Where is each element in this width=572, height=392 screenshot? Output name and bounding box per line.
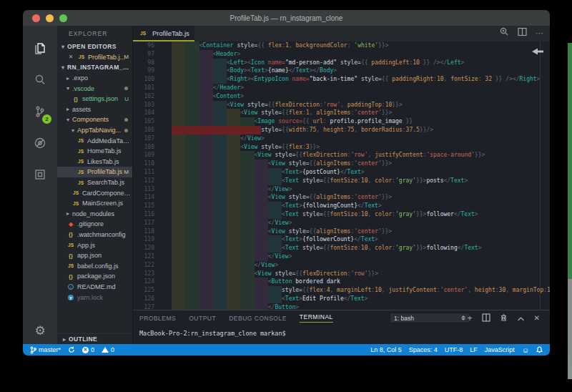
tree-item-apptabnavig-[interactable]: ▾AppTabNavig... [57,125,132,136]
code-line-118[interactable]: 118<View style={{alignItems:'center'}}> [133,227,550,236]
source-control-icon[interactable]: 2 [24,96,56,127]
code-line-102[interactable]: 102<Content> [133,92,550,101]
tree-item-package-json[interactable]: {}package.json [57,271,132,282]
code-line-98[interactable]: 98<Left><Icon name="md-person-add" style… [133,59,550,67]
code-line-97[interactable]: 97<Header> [133,50,550,59]
tree-item-profiletab-js[interactable]: JSProfileTab.jsM [57,167,132,177]
errors-indicator[interactable]: ✕ 0 [82,346,94,353]
code-line-114[interactable]: 114<View style={{alignItems:'center'}}> [133,193,550,202]
code-line-121[interactable]: 121</View> [133,253,550,261]
code-line-104[interactable]: 104<View style={{flex:1, alignItems:'cen… [133,109,550,117]
open-changes-icon[interactable] [499,26,509,39]
tree-item-likestab-js[interactable]: JSLikesTab.js [57,157,132,167]
minimize-window-button[interactable] [46,14,54,22]
terminal-shell-select[interactable]: 1: bash [390,313,470,323]
code-line-105[interactable]: 105<Image source={{ url: profile.profile… [133,117,550,126]
line-number: 119 [133,235,154,244]
code-line-112[interactable]: 112<Text style={{fontSize:10, color:'gra… [133,177,550,185]
code-text: <Text style={{fontSize:10, color:'gray'}… [282,177,468,185]
code-line-123[interactable]: 123<View style={{flexDirection:'row'}}> [133,270,550,278]
tree-item-hometab-js[interactable]: JSHomeTab.js [57,146,132,157]
open-editors-header[interactable]: ▾OPEN EDITORS [57,41,132,52]
notifications-bell-icon[interactable] [536,346,543,353]
tree-item-mainscreen-js[interactable]: JSMainScreen.js [57,198,132,209]
tree-item-app-json[interactable]: {}app.json [57,250,132,261]
code-line-99[interactable]: 99<Body><Text>{name}</Text></Body> [133,67,550,75]
code-line-96[interactable]: 96<Container style={{ flex:1, background… [133,41,550,50]
sync-button[interactable] [68,346,75,353]
close-panel-icon[interactable]: ✕ [534,314,540,322]
split-editor-icon[interactable] [518,26,527,39]
code-line-110[interactable]: 110<View style={{alignItems:'center'}}> [133,160,550,168]
language-mode[interactable]: JavaScript [485,346,515,353]
new-terminal-icon[interactable]: + [468,313,473,323]
tree-item--vscode[interactable]: ▾.vscode [57,83,132,94]
tree-item-searchtab-js[interactable]: JSSearchTab.js [57,177,132,188]
tree-item--expo[interactable]: ▸.expo [57,73,132,84]
code-line-124[interactable]: 124<Button bordered dark [133,278,550,286]
tree-item-addmediatab-js[interactable]: JSAddMediaTab.js [57,135,132,146]
tree-item-babel-config-js[interactable]: JSbabel.config.js [57,260,132,271]
close-icon[interactable]: ✕ [66,54,75,60]
tree-item-readme-md[interactable]: iREADME.md [57,282,132,293]
code-line-119[interactable]: 119<Text>{followerCount}</Text> [133,235,550,244]
more-actions-icon[interactable]: ⋯ [536,29,544,38]
code-line-101[interactable]: 101</Header> [133,84,550,92]
terminal-prompt[interactable]: MacBook-Pro-2:rn_instagram_clone markan$ [133,325,550,337]
code-line-116[interactable]: 116<Text style={{fontSize:10, color:'gra… [133,210,550,219]
tab-profiletab[interactable]: JS ProfileTab.js [133,26,194,41]
encoding-setting[interactable]: UTF-8 [445,346,463,353]
editor-scrollbar[interactable] [540,41,541,310]
zoom-window-button[interactable] [59,14,67,22]
tree-item-components[interactable]: ▾Components [57,114,132,125]
eol-setting[interactable]: LF [470,346,478,353]
code-line-103[interactable]: 103<View style={{flexDirection:'row', pa… [133,101,550,109]
split-terminal-icon[interactable] [482,312,490,325]
open-editor-item[interactable]: ✕JSProfileTab.j...M [57,52,132,63]
code-line-108[interactable]: 108<View style={{flex:3}}> [133,143,550,152]
root-folder-header[interactable]: ▾RN_INSTAGRAM_CLONE [57,62,132,73]
code-line-122[interactable]: 122</View> [133,261,550,270]
tree-item-settings-json[interactable]: {}settings.jsonU [57,94,132,104]
code-editor[interactable]: 96<Container style={{ flex:1, background… [133,41,550,310]
code-line-100[interactable]: 100<Right><EntypoIcon name="back-in-time… [133,75,550,84]
search-icon[interactable] [24,64,56,96]
code-line-115[interactable]: 115<Text>{followingCount}</Text> [133,202,550,210]
code-line-111[interactable]: 111<Text>{postCount}</Text> [133,168,550,177]
tree-item-yarn-lock[interactable]: yyarn.lock [57,292,132,303]
code-line-126[interactable]: 126<Text>Edit Profile</Text> [133,295,550,303]
panel-tab-debug-console[interactable]: DEBUG CONSOLE [229,315,287,322]
warnings-indicator[interactable]: 0 [102,346,114,353]
code-line-125[interactable]: 125style={{flex:4, marginLeft:10, justif… [133,286,550,295]
tree-item-app-js[interactable]: JSApp.js [57,240,132,250]
kill-terminal-icon[interactable] [500,312,508,325]
feedback-smiley-icon[interactable]: ☺ [522,346,529,354]
debug-icon[interactable] [24,127,56,159]
tree-item--watchmanconfig[interactable]: {}.watchmanconfig [57,230,132,240]
title-bar[interactable]: ProfileTab.js — rn_instagram_clone [23,10,550,26]
panel-tab-terminal[interactable]: TERMINAL [300,313,333,323]
settings-gear-icon[interactable]: ⚙ [23,323,57,338]
extensions-icon[interactable] [24,159,56,190]
git-branch-indicator[interactable]: master* [30,346,61,354]
explorer-icon[interactable] [24,33,56,64]
tree-item-node-modules[interactable]: ▸node_modules [57,209,132,220]
outline-section-header[interactable]: ▸ OUTLINE [57,333,132,344]
code-line-113[interactable]: 113</View> [133,185,550,194]
code-line-117[interactable]: 117</View> [133,219,550,227]
panel-tab-problems[interactable]: PROBLEMS [139,315,176,322]
code-line-109[interactable]: 109<View style={{flexDirection:'row', ju… [133,151,550,160]
tree-item-assets[interactable]: ▸assets [57,104,132,115]
indentation-setting[interactable]: Spaces: 4 [409,346,438,353]
tree-item-cardcomponent-js[interactable]: JSCardComponent.js [57,187,132,198]
maximize-panel-icon[interactable] [517,312,525,325]
chevron-right-icon: ▸ [66,106,72,112]
code-line-106[interactable]: 106style={{width:75, height:75, borderRa… [133,126,550,134]
close-window-button[interactable] [32,14,40,22]
cursor-position[interactable]: Ln 8, Col 5 [370,346,402,353]
tree-item--gitignore[interactable]: ◆.gitignore [57,219,132,230]
panel-tab-output[interactable]: OUTPUT [189,315,216,322]
code-line-120[interactable]: 120<Text style={{fontSize:10, color:'gra… [133,244,550,253]
code-line-107[interactable]: 107</View> [133,134,550,143]
code-line-127[interactable]: 127</Button> [133,303,550,310]
